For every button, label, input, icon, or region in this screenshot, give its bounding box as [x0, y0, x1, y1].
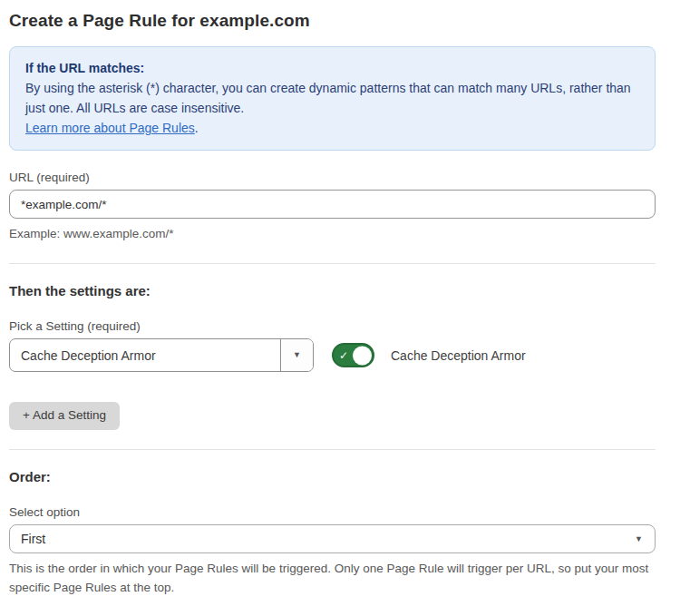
setting-toggle-on[interactable]: ✓	[332, 343, 374, 367]
info-box-link-line: Learn more about Page Rules.	[25, 118, 639, 138]
setting-select[interactable]: Cache Deception Armor ▼	[9, 338, 314, 372]
link-suffix: .	[195, 121, 199, 135]
page-title: Create a Page Rule for example.com	[9, 11, 656, 31]
toggle-knob	[353, 346, 372, 365]
order-select-value: First	[21, 532, 45, 546]
order-helper-text: This is the order in which your Page Rul…	[9, 560, 656, 598]
order-section-heading: Order:	[9, 469, 656, 484]
url-field-label: URL (required)	[9, 171, 656, 184]
create-page-rule-panel: Create a Page Rule for example.com If th…	[9, 0, 656, 616]
setting-row: Cache Deception Armor ▼ ✓ Cache Deceptio…	[9, 338, 656, 372]
toggle-setting-label: Cache Deception Armor	[391, 348, 526, 363]
chevron-down-icon: ▼	[635, 535, 643, 543]
divider	[9, 263, 656, 264]
info-box-heading: If the URL matches:	[25, 58, 639, 78]
info-box-body: By using the asterisk (*) character, you…	[25, 78, 639, 118]
url-input[interactable]	[9, 190, 656, 219]
settings-section-heading: Then the settings are:	[9, 283, 656, 298]
check-icon: ✓	[339, 349, 348, 362]
order-select-label: Select option	[9, 505, 656, 519]
pick-setting-label: Pick a Setting (required)	[9, 319, 656, 333]
url-match-info-box: If the URL matches: By using the asteris…	[9, 46, 656, 151]
chevron-down-icon: ▼	[293, 351, 301, 359]
url-example-helper: Example: www.example.com/*	[9, 225, 656, 244]
order-select[interactable]: First ▼	[9, 524, 656, 553]
add-setting-button[interactable]: + Add a Setting	[9, 402, 120, 430]
setting-select-value: Cache Deception Armor	[10, 339, 280, 371]
learn-more-link[interactable]: Learn more about Page Rules	[25, 121, 195, 135]
divider	[9, 449, 656, 450]
setting-select-caret-button[interactable]: ▼	[280, 339, 313, 371]
